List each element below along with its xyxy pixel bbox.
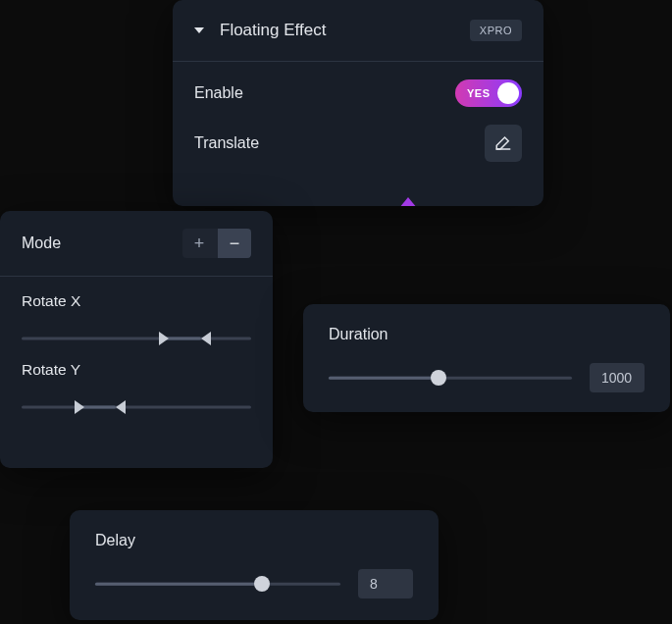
mode-minus-button[interactable]: − xyxy=(218,229,251,258)
slider-fill xyxy=(329,377,439,380)
mode-panel: Mode + − Rotate X Rotate Y xyxy=(0,211,273,468)
delay-value-input[interactable]: 8 xyxy=(358,569,413,598)
slider-handle-high[interactable] xyxy=(116,400,126,414)
delay-label: Delay xyxy=(95,532,413,549)
mode-plus-button[interactable]: + xyxy=(182,229,216,258)
floating-effect-panel: Floating Effect XPRO Enable YES Translat… xyxy=(173,0,543,206)
slider-handle-low[interactable] xyxy=(159,332,169,345)
translate-label: Translate xyxy=(194,134,259,152)
rotate-y-section: Rotate Y xyxy=(0,345,273,414)
mode-title: Mode xyxy=(22,234,61,252)
xpro-badge: XPRO xyxy=(470,20,522,41)
duration-slider-row: 1000 xyxy=(329,363,645,392)
translate-row: Translate xyxy=(173,107,543,162)
rotate-y-label: Rotate Y xyxy=(22,361,251,379)
enable-toggle[interactable]: YES xyxy=(455,79,522,107)
toggle-state-text: YES xyxy=(467,87,491,99)
floating-title: Floating Effect xyxy=(220,21,470,40)
rotate-x-slider[interactable] xyxy=(22,332,251,345)
slider-track xyxy=(22,406,251,409)
pencil-icon xyxy=(494,134,512,152)
delay-slider[interactable] xyxy=(95,576,340,592)
duration-label: Duration xyxy=(329,326,645,343)
rotate-y-slider[interactable] xyxy=(22,400,251,414)
delay-slider-row: 8 xyxy=(95,569,413,598)
slider-handle-low[interactable] xyxy=(75,400,84,414)
duration-value-input[interactable]: 1000 xyxy=(590,363,645,392)
mode-header: Mode + − xyxy=(0,211,273,277)
dropdown-indicator-icon xyxy=(399,197,417,206)
duration-slider[interactable] xyxy=(329,370,572,386)
enable-row: Enable YES xyxy=(173,62,543,107)
slider-track xyxy=(22,338,251,340)
translate-edit-button[interactable] xyxy=(485,125,522,162)
duration-panel: Duration 1000 xyxy=(303,304,670,412)
delay-panel: Delay 8 xyxy=(70,510,439,620)
slider-fill xyxy=(95,583,262,586)
slider-handle-high[interactable] xyxy=(201,332,211,345)
floating-header[interactable]: Floating Effect XPRO xyxy=(173,0,543,62)
slider-knob[interactable] xyxy=(431,370,446,386)
caret-down-icon xyxy=(194,27,204,33)
mode-toggle-group: + − xyxy=(182,229,251,258)
toggle-knob xyxy=(497,82,519,104)
rotate-x-label: Rotate X xyxy=(22,292,251,310)
enable-label: Enable xyxy=(194,84,243,102)
slider-knob[interactable] xyxy=(254,576,270,592)
rotate-x-section: Rotate X xyxy=(0,277,273,345)
